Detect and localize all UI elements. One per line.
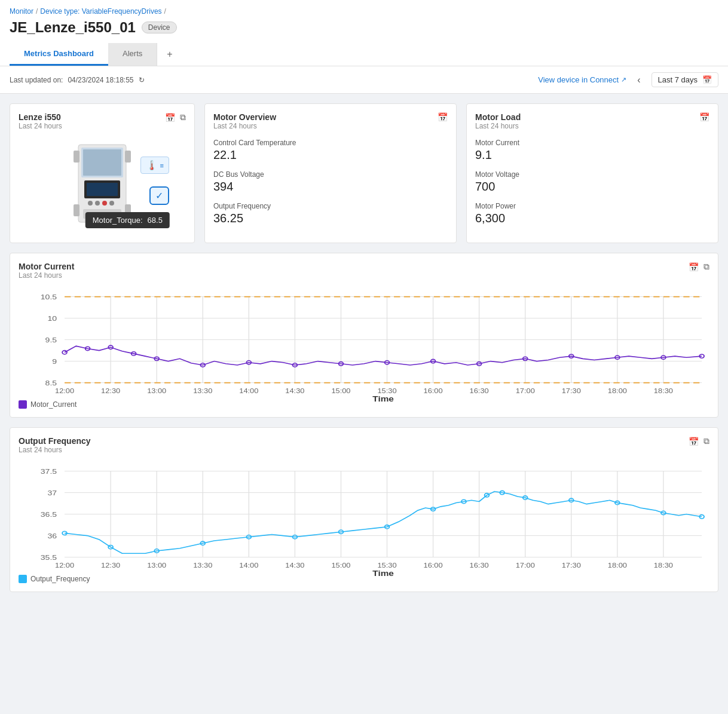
motor-current-chart-title: Motor Current — [19, 262, 74, 271]
motor-current-chart-card: Motor Current Last 24 hours 📅 ⧉ — [10, 253, 718, 418]
svg-text:15:30: 15:30 — [377, 562, 397, 569]
svg-text:13:30: 13:30 — [193, 387, 213, 394]
motor-load-title: Motor Load — [475, 112, 521, 122]
motor-current-legend-dot — [19, 400, 27, 409]
date-range-label: Last 7 days — [658, 75, 698, 84]
svg-text:18:30: 18:30 — [654, 562, 674, 569]
metric-motor-voltage: Motor Voltage 700 — [475, 170, 709, 194]
output-freq-chart-title: Output Frequency — [19, 436, 91, 446]
svg-text:16:30: 16:30 — [470, 387, 490, 394]
tab-add-button[interactable]: + — [157, 43, 182, 66]
svg-text:Time: Time — [372, 569, 394, 578]
metric-output-frequency: Output Frequency 36.25 — [213, 202, 448, 225]
lenze-card-header: Lenze i550 Last 24 hours 📅 ⧉ — [19, 112, 186, 136]
lenze-card: Lenze i550 Last 24 hours 📅 ⧉ — [10, 103, 195, 243]
motor-current-legend: Motor_Current — [19, 400, 709, 409]
motor-overview-calendar-btn[interactable]: 📅 — [438, 112, 448, 122]
breadcrumb-sep2: / — [164, 7, 166, 16]
output-freq-chart-actions: 📅 ⧉ — [689, 436, 709, 446]
nav-prev-button[interactable]: ‹ — [634, 73, 644, 87]
breadcrumb-monitor[interactable]: Monitor — [10, 7, 33, 16]
svg-text:13:30: 13:30 — [193, 562, 213, 569]
svg-text:12:00: 12:00 — [55, 562, 75, 569]
metric-control-card-temp: Control Card Temperature 22.1 — [213, 139, 448, 162]
svg-text:17:30: 17:30 — [562, 562, 582, 569]
motor-current-copy-btn[interactable]: ⧉ — [703, 262, 709, 272]
svg-text:16:00: 16:00 — [424, 387, 443, 394]
motor-overview-subtitle: Last 24 hours — [213, 122, 276, 130]
motor-load-calendar-btn[interactable]: 📅 — [699, 112, 709, 122]
svg-text:12:30: 12:30 — [101, 562, 121, 569]
svg-point-5 — [88, 201, 93, 206]
svg-rect-11 — [125, 151, 131, 163]
svg-text:18:00: 18:00 — [608, 562, 628, 569]
svg-text:17:00: 17:00 — [516, 387, 536, 394]
motor-load-subtitle: Last 24 hours — [475, 122, 521, 130]
svg-text:10: 10 — [48, 314, 57, 322]
refresh-icon[interactable]: ↻ — [139, 76, 145, 84]
output-freq-chart-header: Output Frequency Last 24 hours 📅 ⧉ — [19, 436, 709, 460]
view-device-connect-link[interactable]: View device in Connect ↗ — [538, 75, 626, 84]
motor-torque-tooltip: Motor_Torque: 68.5 — [85, 212, 170, 228]
output-freq-copy-btn[interactable]: ⧉ — [703, 436, 709, 446]
svg-text:10.5: 10.5 — [41, 293, 57, 301]
svg-text:13:00: 13:00 — [147, 562, 167, 569]
svg-text:9.5: 9.5 — [45, 336, 57, 344]
svg-point-7 — [102, 201, 107, 206]
metric-motor-power: Motor Power 6,300 — [475, 202, 709, 225]
lenze-card-copy-btn[interactable]: ⧉ — [180, 112, 186, 122]
tab-bar: Metrics Dashboard Alerts + — [10, 43, 718, 66]
view-connect-text: View device in Connect — [538, 75, 619, 84]
breadcrumb-sep1: / — [36, 7, 38, 16]
motor-load-metrics: Motor Current 9.1 Motor Voltage 700 Moto… — [475, 139, 709, 225]
svg-rect-4 — [87, 183, 118, 196]
toolbar: Last updated on: 04/23/2024 18:18:55 ↻ V… — [0, 66, 728, 94]
lenze-card-actions: 📅 ⧉ — [165, 112, 186, 122]
svg-text:14:00: 14:00 — [239, 562, 259, 569]
tab-alerts[interactable]: Alerts — [108, 43, 157, 66]
svg-point-6 — [95, 201, 100, 206]
lenze-card-calendar-btn[interactable]: 📅 — [165, 112, 175, 122]
svg-text:12:30: 12:30 — [101, 387, 121, 394]
tooltip-label: Motor_Torque: — [93, 216, 143, 225]
motor-load-card: Motor Load Last 24 hours 📅 Motor Current… — [466, 103, 718, 243]
output-freq-calendar-btn[interactable]: 📅 — [689, 436, 699, 446]
output-freq-legend: Output_Frequency — [19, 575, 709, 583]
tab-metrics-dashboard[interactable]: Metrics Dashboard — [10, 43, 108, 66]
main-content: Lenze i550 Last 24 hours 📅 ⧉ — [0, 94, 728, 602]
lenze-card-subtitle: Last 24 hours — [19, 122, 62, 130]
svg-text:12:00: 12:00 — [55, 387, 75, 394]
svg-text:36: 36 — [48, 532, 57, 540]
last-updated-label: Last updated on: — [10, 76, 63, 84]
toolbar-left: Last updated on: 04/23/2024 18:18:55 ↻ — [10, 76, 145, 84]
toolbar-right: View device in Connect ↗ ‹ Last 7 days 📅 — [538, 72, 718, 87]
motor-current-chart-subtitle: Last 24 hours — [19, 271, 74, 280]
svg-text:8.5: 8.5 — [45, 379, 57, 387]
svg-text:9: 9 — [52, 357, 57, 365]
device-image-area: 🌡️ ≡ ✓ Motor_Torque: 68.5 — [19, 139, 186, 234]
output-freq-legend-dot — [19, 575, 27, 583]
svg-rect-2 — [83, 149, 121, 176]
svg-rect-10 — [74, 151, 79, 163]
date-range-selector[interactable]: Last 7 days 📅 — [651, 72, 719, 87]
device-badge: Device — [142, 22, 177, 33]
calendar-icon: 📅 — [702, 75, 712, 84]
motor-current-calendar-btn[interactable]: 📅 — [689, 262, 699, 272]
motor-overview-actions: 📅 — [438, 112, 448, 122]
motor-load-header: Motor Load Last 24 hours 📅 — [475, 112, 709, 136]
device-name: JE_Lenze_i550_01 — [10, 19, 136, 36]
svg-text:18:30: 18:30 — [654, 387, 674, 394]
motor-overview-title: Motor Overview — [213, 112, 276, 122]
svg-text:15:30: 15:30 — [377, 387, 397, 394]
svg-text:15:00: 15:00 — [331, 387, 351, 394]
breadcrumb-device-type[interactable]: Device type: VariableFrequencyDrives — [40, 7, 161, 16]
output-freq-chart-subtitle: Last 24 hours — [19, 446, 91, 454]
svg-text:18:00: 18:00 — [608, 387, 628, 394]
svg-text:14:30: 14:30 — [285, 562, 305, 569]
svg-text:17:30: 17:30 — [562, 387, 582, 394]
svg-text:17:00: 17:00 — [516, 562, 536, 569]
svg-rect-12 — [74, 204, 79, 216]
svg-text:35.5: 35.5 — [41, 553, 57, 561]
motor-current-chart-area: 10.5 10 9.5 9 8.5 — [19, 290, 709, 398]
output-freq-chart-area: 37.5 37 36.5 36 35.5 — [19, 465, 709, 572]
